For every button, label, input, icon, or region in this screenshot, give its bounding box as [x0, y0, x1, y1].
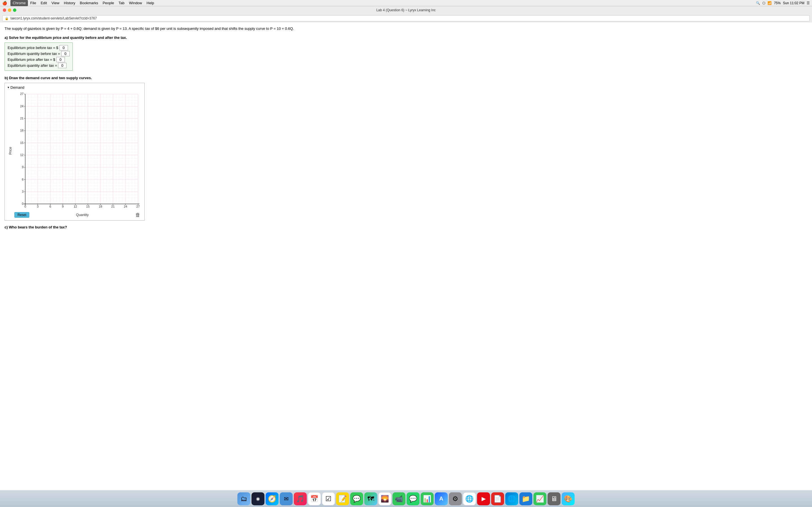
- clock: Sun 11:02 PM: [783, 1, 804, 5]
- eq-qty-before-label: Equilibrium quantity before tax =: [8, 52, 60, 56]
- page-content: The supply of gazebos is given by P = 4 …: [0, 22, 812, 479]
- wifi-icon: 📶: [767, 1, 772, 5]
- chart-dropdown-label: Demand: [10, 86, 24, 90]
- eq-price-before-input[interactable]: [59, 45, 68, 50]
- address-bar-row: 🔒 laecon1.lyryx.com/student-servlets/Lab…: [0, 14, 812, 22]
- eq-qty-after-label: Equilibrium quantity after tax =: [8, 63, 57, 68]
- svg-text:21: 21: [111, 205, 114, 208]
- menu-history[interactable]: History: [62, 0, 78, 6]
- part-c-label: c) Who bears the burden of the tax?: [4, 225, 808, 229]
- svg-text:3: 3: [37, 205, 39, 208]
- input-table: Equilibrium price before tax = $ Equilib…: [4, 43, 73, 71]
- svg-text:27: 27: [136, 205, 140, 208]
- tab-title: Lab 4 (Question 6) ~ Lyryx Learning Inc: [376, 8, 436, 12]
- menu-people[interactable]: People: [100, 0, 116, 6]
- svg-text:9: 9: [62, 205, 64, 208]
- bluetooth-icon: ⬡: [762, 1, 765, 5]
- svg-text:0: 0: [22, 202, 23, 205]
- eq-qty-before-input[interactable]: [61, 51, 70, 56]
- svg-text:18: 18: [20, 129, 23, 132]
- input-row-eq-qty-before: Equilibrium quantity before tax =: [8, 51, 70, 56]
- menu-bar: 🍎 Chrome File Edit View History Bookmark…: [0, 0, 812, 6]
- chart-section: ▾ Demand Price: [4, 83, 808, 221]
- search-icon[interactable]: 🔍: [756, 1, 760, 5]
- menu-tab[interactable]: Tab: [116, 0, 127, 6]
- notification-icon[interactable]: ☰: [807, 1, 810, 5]
- title-bar: Lab 4 (Question 6) ~ Lyryx Learning Inc: [0, 6, 812, 14]
- maximize-button[interactable]: [13, 8, 16, 12]
- address-bar[interactable]: 🔒 laecon1.lyryx.com/student-servlets/Lab…: [2, 15, 810, 21]
- y-axis-label: Price: [8, 91, 13, 210]
- system-icons: 🔍 ⬡ 📶 75% Sun 11:02 PM ☰: [756, 1, 810, 5]
- trash-icon[interactable]: 🗑: [135, 212, 140, 218]
- svg-text:24: 24: [124, 205, 127, 208]
- problem-text: The supply of gazebos is given by P = 4 …: [4, 26, 808, 32]
- svg-text:12: 12: [20, 153, 23, 157]
- input-row-eq-price-before: Equilibrium price before tax = $: [8, 45, 70, 50]
- input-row-eq-qty-after: Equilibrium quantity after tax =: [8, 63, 70, 68]
- menu-help[interactable]: Help: [144, 0, 156, 6]
- eq-price-after-label: Equilibrium price after tax = $: [8, 57, 55, 62]
- svg-text:12: 12: [73, 205, 77, 208]
- part-b-label: b) Draw the demand curve and two supply …: [4, 76, 808, 80]
- x-axis-label: Quantity: [76, 213, 89, 217]
- svg-text:18: 18: [99, 205, 102, 208]
- eq-price-before-label: Equilibrium price before tax = $: [8, 46, 58, 50]
- svg-text:24: 24: [20, 104, 23, 108]
- svg-text:27: 27: [20, 92, 23, 96]
- chart-header[interactable]: ▾ Demand: [6, 85, 143, 90]
- graph-wrapper: Price: [6, 90, 143, 212]
- svg-text:15: 15: [20, 141, 23, 144]
- chart-footer: Reset Quantity 🗑: [6, 212, 143, 219]
- chevron-down-icon: ▾: [8, 86, 9, 89]
- graph-area[interactable]: 0 3 6 9 12: [13, 91, 142, 210]
- chart-container: ▾ Demand Price: [4, 83, 145, 221]
- svg-text:15: 15: [86, 205, 90, 208]
- part-a-label: a) Solve for the equilibrium price and q…: [4, 36, 808, 40]
- reset-button[interactable]: Reset: [14, 212, 29, 218]
- menu-window[interactable]: Window: [127, 0, 144, 6]
- lock-icon: 🔒: [5, 17, 9, 20]
- traffic-lights: [3, 8, 16, 12]
- input-row-eq-price-after: Equilibrium price after tax = $: [8, 57, 70, 62]
- close-button[interactable]: [3, 8, 6, 12]
- svg-text:6: 6: [22, 177, 23, 181]
- svg-text:6: 6: [49, 205, 51, 208]
- url-text: laecon1.lyryx.com/student-servlets/LabSe…: [10, 16, 97, 20]
- menu-file[interactable]: File: [28, 0, 38, 6]
- menu-view[interactable]: View: [49, 0, 62, 6]
- svg-text:0: 0: [24, 205, 26, 208]
- svg-text:3: 3: [22, 190, 23, 193]
- minimize-button[interactable]: [8, 8, 11, 12]
- menu-edit[interactable]: Edit: [38, 0, 49, 6]
- eq-qty-after-input[interactable]: [58, 63, 66, 68]
- eq-price-after-input[interactable]: [56, 57, 65, 62]
- apple-logo-icon[interactable]: 🍎: [2, 1, 7, 5]
- menu-bookmarks[interactable]: Bookmarks: [78, 0, 100, 6]
- menu-chrome[interactable]: Chrome: [10, 0, 28, 6]
- graph-svg[interactable]: 0 3 6 9 12: [13, 91, 142, 210]
- battery-icon: 75%: [774, 1, 781, 5]
- svg-text:21: 21: [20, 117, 23, 120]
- svg-text:9: 9: [22, 165, 23, 169]
